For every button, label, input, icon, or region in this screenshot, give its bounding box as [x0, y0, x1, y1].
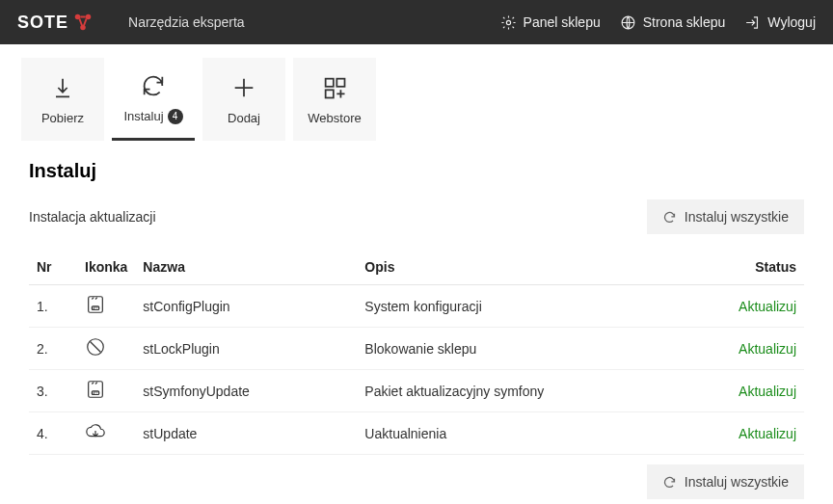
- install-all-label: Instaluj wszystkie: [685, 209, 789, 225]
- tab-pobierz[interactable]: Pobierz: [21, 58, 104, 141]
- th-status: Status: [682, 250, 804, 285]
- tab-dodaj-label: Dodaj: [228, 111, 260, 125]
- panel-link[interactable]: Panel sklepu: [500, 14, 601, 31]
- logo-icon: [72, 12, 94, 33]
- th-opis: Opis: [357, 250, 682, 285]
- cell-name: stUpdate: [135, 412, 357, 455]
- cell-name: stSymfonyUpdate: [135, 370, 357, 412]
- cell-icon: [77, 412, 135, 455]
- panel-link-label: Panel sklepu: [524, 14, 601, 30]
- plus-icon: [230, 74, 257, 101]
- page-title: Instaluj: [29, 160, 804, 182]
- th-ikonka: Ikonka: [77, 250, 135, 285]
- grid-plus-icon: [321, 74, 348, 101]
- refresh-icon: [140, 72, 167, 99]
- tab-pobierz-label: Pobierz: [41, 111, 84, 125]
- refresh-icon: [662, 210, 677, 225]
- tab-webstore-label: Webstore: [308, 111, 361, 125]
- cell-desc: Uaktualnienia: [357, 412, 682, 455]
- update-link[interactable]: Aktualizuj: [739, 384, 796, 399]
- cell-nr: 3.: [29, 370, 77, 412]
- cell-desc: Blokowanie sklepu: [357, 328, 682, 370]
- tab-dodaj[interactable]: Dodaj: [202, 58, 285, 141]
- svg-point-3: [506, 20, 510, 24]
- strona-link-label: Strona sklepu: [643, 14, 726, 30]
- tab-instaluj-label: Instaluj: [123, 109, 163, 123]
- tab-instaluj[interactable]: Instaluj4: [112, 58, 195, 141]
- svg-rect-7: [326, 90, 334, 97]
- cell-icon: [77, 328, 135, 370]
- strona-link[interactable]: Strona sklepu: [620, 14, 726, 31]
- updates-table: Nr Ikonka Nazwa Opis Status 1.APPstConfi…: [29, 250, 804, 455]
- tab-webstore[interactable]: Webstore: [293, 58, 376, 141]
- app-icon: APP: [85, 387, 106, 403]
- table-row: 2.stLockPluginBlokowanie sklepuAktualizu…: [29, 328, 804, 370]
- app-icon: APP: [85, 303, 106, 318]
- cell-nr: 4.: [29, 412, 77, 455]
- globe-icon: [620, 14, 636, 31]
- svg-rect-5: [326, 78, 334, 86]
- cell-icon: APP: [77, 370, 135, 412]
- svg-text:APP: APP: [93, 306, 98, 310]
- table-row: 1.APPstConfigPluginSystem konfiguracjiAk…: [29, 285, 804, 328]
- table-row: 3.APPstSymfonyUpdatePakiet aktualizacyjn…: [29, 370, 804, 412]
- cell-desc: Pakiet aktualizacyjny symfony: [357, 370, 682, 412]
- cell-nr: 2.: [29, 328, 77, 370]
- cell-desc: System konfiguracji: [357, 285, 682, 328]
- logout-link-label: Wyloguj: [767, 14, 816, 30]
- logo[interactable]: SOTE: [17, 12, 94, 33]
- tabs: Pobierz Instaluj4 Dodaj Webstore: [0, 44, 833, 141]
- install-all-label: Instaluj wszystkie: [685, 474, 789, 490]
- logout-icon: [744, 14, 761, 31]
- svg-rect-6: [336, 78, 344, 86]
- logo-text: SOTE: [17, 13, 68, 33]
- update-link[interactable]: Aktualizuj: [739, 341, 796, 357]
- install-all-button-bottom[interactable]: Instaluj wszystkie: [647, 464, 804, 499]
- update-link[interactable]: Aktualizuj: [739, 299, 796, 314]
- tab-instaluj-badge: 4: [168, 109, 183, 124]
- svg-text:APP: APP: [93, 391, 98, 395]
- cloud-icon: [85, 430, 106, 445]
- install-all-button-top[interactable]: Instaluj wszystkie: [647, 199, 804, 234]
- th-nr: Nr: [29, 250, 77, 285]
- header-subtitle: Narzędzia eksperta: [128, 14, 245, 30]
- cell-name: stLockPlugin: [135, 328, 357, 370]
- download-icon: [49, 74, 76, 101]
- topbar: SOTE Narzędzia eksperta Panel sklepu Str…: [0, 0, 833, 44]
- logout-link[interactable]: Wyloguj: [744, 14, 816, 31]
- cell-nr: 1.: [29, 285, 77, 328]
- page-subtitle: Instalacja aktualizacji: [29, 209, 156, 225]
- cell-name: stConfigPlugin: [135, 285, 357, 328]
- gear-icon: [500, 14, 517, 31]
- cell-icon: APP: [77, 285, 135, 328]
- update-link[interactable]: Aktualizuj: [739, 426, 796, 441]
- th-nazwa: Nazwa: [135, 250, 357, 285]
- refresh-icon: [662, 475, 677, 490]
- content: Instaluj Instalacja aktualizacji Instalu…: [0, 141, 833, 504]
- table-row: 4.stUpdateUaktualnieniaAktualizuj: [29, 412, 804, 455]
- ban-icon: [85, 345, 106, 360]
